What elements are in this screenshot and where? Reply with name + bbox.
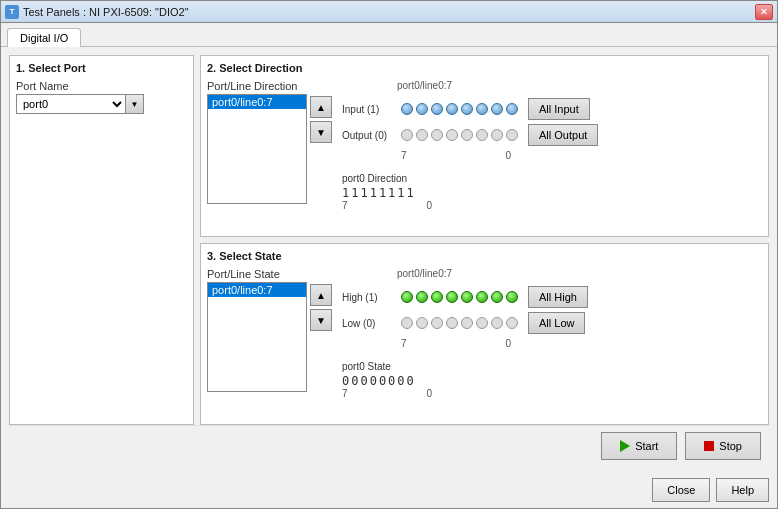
all-input-btn-wrapper: All Input <box>528 98 590 120</box>
direction-left-col: Port/Line Direction port0/line0:7 ▲ ▼ <box>207 80 332 228</box>
right-panels: 2. Select Direction Port/Line Direction … <box>200 55 769 425</box>
output-label: Output (0) <box>342 130 397 141</box>
state-led-header: port0/line0:7 <box>397 268 762 279</box>
select-port-title: 1. Select Port <box>16 62 187 74</box>
input-led-7[interactable] <box>506 103 518 115</box>
state-up-btn[interactable]: ▲ <box>310 284 332 306</box>
close-button[interactable]: Close <box>652 478 710 502</box>
output-led-7[interactable] <box>506 129 518 141</box>
input-led-4[interactable] <box>461 103 473 115</box>
all-output-btn-wrapper: All Output <box>528 124 598 146</box>
all-output-button[interactable]: All Output <box>528 124 598 146</box>
output-led-6[interactable] <box>491 129 503 141</box>
low-led-row <box>401 317 518 329</box>
select-state-panel: 3. Select State Port/Line State port0/li… <box>200 243 769 425</box>
direction-listbox-item-0[interactable]: port0/line0:7 <box>208 95 306 109</box>
input-led-1[interactable] <box>416 103 428 115</box>
high-row: High (1) <box>342 286 762 308</box>
input-led-2[interactable] <box>431 103 443 115</box>
state-right-col: port0/line0:7 High (1) <box>342 268 762 416</box>
high-led-2[interactable] <box>431 291 443 303</box>
high-led-3[interactable] <box>446 291 458 303</box>
footer-buttons: Close Help <box>1 474 777 508</box>
window-title: Test Panels : NI PXI-6509: "DIO2" <box>23 6 755 18</box>
low-led-3[interactable] <box>446 317 458 329</box>
port-dropdown-arrow[interactable]: ▼ <box>126 94 144 114</box>
main-window: T Test Panels : NI PXI-6509: "DIO2" ✕ Di… <box>0 0 778 509</box>
high-led-6[interactable] <box>491 291 503 303</box>
stop-label: Stop <box>719 440 742 452</box>
direction-num-left: 7 <box>401 150 407 161</box>
stop-icon <box>704 441 714 451</box>
low-led-6[interactable] <box>491 317 503 329</box>
port-select[interactable]: port0 <box>16 94 126 114</box>
tab-digital-io[interactable]: Digital I/O <box>7 28 81 47</box>
port-dir-label: port0 Direction <box>342 173 762 184</box>
low-led-5[interactable] <box>476 317 488 329</box>
output-led-1[interactable] <box>416 129 428 141</box>
high-led-row <box>401 291 518 303</box>
state-listbox-item-0[interactable]: port0/line0:7 <box>208 283 306 297</box>
output-led-4[interactable] <box>461 129 473 141</box>
direction-listbox[interactable]: port0/line0:7 <box>207 94 307 204</box>
all-high-button[interactable]: All High <box>528 286 588 308</box>
input-led-5[interactable] <box>476 103 488 115</box>
input-led-6[interactable] <box>491 103 503 115</box>
stop-button[interactable]: Stop <box>685 432 761 460</box>
direction-up-btn[interactable]: ▲ <box>310 96 332 118</box>
input-row: Input (1) <box>342 98 762 120</box>
port-select-row: port0 ▼ <box>16 94 187 114</box>
port-state-nums: 7 0 <box>342 388 432 399</box>
direction-led-header: port0/line0:7 <box>397 80 762 91</box>
output-led-5[interactable] <box>476 129 488 141</box>
low-led-2[interactable] <box>431 317 443 329</box>
state-listbox-row: port0/line0:7 ▲ ▼ <box>207 282 332 392</box>
port-dir-num-left: 7 <box>342 200 348 211</box>
input-label: Input (1) <box>342 104 397 115</box>
state-down-btn[interactable]: ▼ <box>310 309 332 331</box>
input-led-0[interactable] <box>401 103 413 115</box>
low-led-7[interactable] <box>506 317 518 329</box>
output-led-3[interactable] <box>446 129 458 141</box>
direction-numbers-row: 7 0 <box>401 150 511 161</box>
high-led-1[interactable] <box>416 291 428 303</box>
output-led-row <box>401 129 518 141</box>
start-button[interactable]: Start <box>601 432 677 460</box>
state-numbers-row: 7 0 <box>401 338 511 349</box>
low-led-1[interactable] <box>416 317 428 329</box>
help-button[interactable]: Help <box>716 478 769 502</box>
low-led-4[interactable] <box>461 317 473 329</box>
output-led-0[interactable] <box>401 129 413 141</box>
all-input-button[interactable]: All Input <box>528 98 590 120</box>
port-line-direction-label: Port/Line Direction <box>207 80 332 92</box>
port-dir-value: 11111111 <box>342 186 762 200</box>
output-led-2[interactable] <box>431 129 443 141</box>
direction-down-btn[interactable]: ▼ <box>310 121 332 143</box>
direction-right-col: port0/line0:7 Input (1) <box>342 80 762 228</box>
state-arrow-btns: ▲ ▼ <box>310 284 332 331</box>
low-led-0[interactable] <box>401 317 413 329</box>
port-state-num-right: 0 <box>426 388 432 399</box>
close-window-button[interactable]: ✕ <box>755 4 773 20</box>
all-high-btn-wrapper: All High <box>528 286 588 308</box>
high-led-5[interactable] <box>476 291 488 303</box>
select-direction-title: 2. Select Direction <box>207 62 762 74</box>
port-direction-display: port0 Direction 11111111 7 0 <box>342 173 762 211</box>
high-led-0[interactable] <box>401 291 413 303</box>
input-led-3[interactable] <box>446 103 458 115</box>
direction-inner: Port/Line Direction port0/line0:7 ▲ ▼ <box>207 80 762 228</box>
port-line-state-label: Port/Line State <box>207 268 332 280</box>
tab-bar: Digital I/O <box>1 23 777 47</box>
all-low-button[interactable]: All Low <box>528 312 585 334</box>
app-icon: T <box>5 5 19 19</box>
start-label: Start <box>635 440 658 452</box>
select-state-title: 3. Select State <box>207 250 762 262</box>
high-label: High (1) <box>342 292 397 303</box>
panels-row: 1. Select Port Port Name port0 ▼ 2. Sele… <box>9 55 769 425</box>
direction-num-right: 0 <box>505 150 511 161</box>
high-led-4[interactable] <box>461 291 473 303</box>
high-led-7[interactable] <box>506 291 518 303</box>
state-listbox[interactable]: port0/line0:7 <box>207 282 307 392</box>
port-state-display: port0 State 00000000 7 0 <box>342 361 762 399</box>
port-dir-num-right: 0 <box>426 200 432 211</box>
